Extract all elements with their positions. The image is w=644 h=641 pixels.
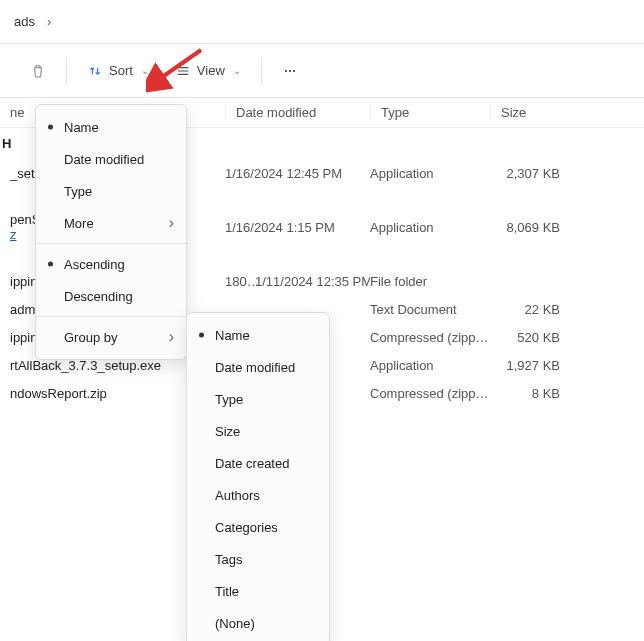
groupby-tags[interactable]: Tags xyxy=(187,543,329,575)
sort-menu-type[interactable]: Type xyxy=(36,175,186,207)
sort-menu-group-by[interactable]: Group by xyxy=(36,321,186,353)
file-size: 520 KB xyxy=(490,330,570,345)
menu-separator xyxy=(36,243,186,244)
sort-button[interactable]: Sort ⌄ xyxy=(77,57,159,85)
ellipsis-icon xyxy=(282,63,298,79)
svg-point-0 xyxy=(285,69,287,71)
groupby-name[interactable]: Name xyxy=(187,319,329,351)
sort-menu-descending[interactable]: Descending xyxy=(36,280,186,312)
groupby-categories[interactable]: Categories xyxy=(187,511,329,543)
more-button[interactable] xyxy=(272,57,308,85)
svg-point-2 xyxy=(293,69,295,71)
toolbar: Sort ⌄ View ⌄ xyxy=(0,44,644,98)
file-type: File folder xyxy=(370,274,490,289)
file-name-tail: 180… xyxy=(225,274,255,289)
column-header-date[interactable]: Date modified xyxy=(225,105,370,120)
groupby-authors[interactable]: Authors xyxy=(187,479,329,511)
sort-icon xyxy=(87,63,103,79)
groupby-date-created[interactable]: Date created xyxy=(187,447,329,479)
file-date: 1/11/2024 12:35 PM xyxy=(255,274,370,289)
trash-icon xyxy=(30,63,46,79)
breadcrumb-bar: ads › xyxy=(0,0,644,44)
file-size: 8,069 KB xyxy=(490,220,570,235)
sort-menu-ascending[interactable]: Ascending xyxy=(36,248,186,280)
chevron-right-icon[interactable]: › xyxy=(47,14,51,29)
view-button[interactable]: View ⌄ xyxy=(165,57,251,85)
breadcrumb-segment[interactable]: ads xyxy=(10,12,39,31)
file-type: Application xyxy=(370,220,490,235)
groupby-menu: Name Date modified Type Size Date create… xyxy=(186,312,330,641)
chevron-down-icon: ⌄ xyxy=(233,65,241,76)
file-size: 22 KB xyxy=(490,302,570,317)
sort-menu-more[interactable]: More xyxy=(36,207,186,239)
file-type: Compressed (zipp… xyxy=(370,330,490,345)
separator xyxy=(66,57,67,85)
column-header-size[interactable]: Size xyxy=(490,105,570,120)
file-type: Text Document xyxy=(370,302,490,317)
file-size: 1,927 KB xyxy=(490,358,570,373)
sort-menu: Name Date modified Type More Ascending D… xyxy=(35,104,187,360)
svg-point-1 xyxy=(289,69,291,71)
view-icon xyxy=(175,63,191,79)
column-header-type[interactable]: Type xyxy=(370,105,490,120)
file-date: 1/16/2024 1:15 PM xyxy=(225,220,370,235)
menu-separator xyxy=(36,316,186,317)
groupby-none[interactable]: (None) xyxy=(187,607,329,639)
groupby-date-modified[interactable]: Date modified xyxy=(187,351,329,383)
sort-label: Sort xyxy=(109,63,133,78)
view-label: View xyxy=(197,63,225,78)
delete-button[interactable] xyxy=(20,57,56,85)
groupby-title[interactable]: Title xyxy=(187,575,329,607)
separator xyxy=(261,57,262,85)
file-size: 8 KB xyxy=(490,386,570,401)
groupby-type[interactable]: Type xyxy=(187,383,329,415)
chevron-down-icon: ⌄ xyxy=(141,65,149,76)
file-size: 2,307 KB xyxy=(490,166,570,181)
file-date: 1/16/2024 12:45 PM xyxy=(225,166,370,181)
groupby-size[interactable]: Size xyxy=(187,415,329,447)
file-type: Application xyxy=(370,358,490,373)
sort-menu-name[interactable]: Name xyxy=(36,111,186,143)
file-link[interactable]: z xyxy=(10,227,17,242)
sort-menu-date-modified[interactable]: Date modified xyxy=(36,143,186,175)
file-type: Compressed (zipp… xyxy=(370,386,490,401)
file-type: Application xyxy=(370,166,490,181)
